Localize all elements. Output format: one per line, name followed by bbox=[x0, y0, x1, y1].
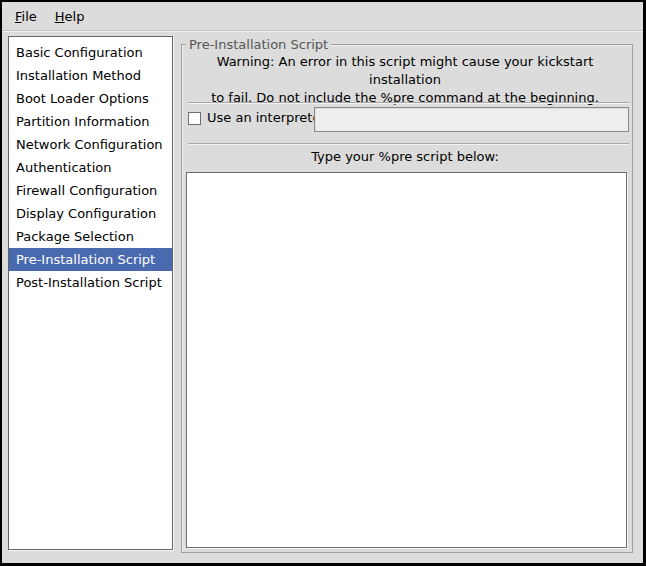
sidebar-item-authentication[interactable]: Authentication bbox=[9, 156, 172, 179]
menu-help-label: elp bbox=[65, 9, 85, 24]
sidebar-item-boot-loader-options[interactable]: Boot Loader Options bbox=[9, 87, 172, 110]
use-interpreter-label[interactable]: Use an interpreter: bbox=[207, 110, 330, 126]
frame-title: Pre-Installation Script bbox=[186, 37, 331, 52]
menu-file-label: ile bbox=[22, 9, 37, 24]
sidebar-item-network-configuration[interactable]: Network Configuration bbox=[9, 133, 172, 156]
menu-help[interactable]: Help bbox=[46, 5, 94, 28]
separator bbox=[188, 102, 629, 104]
sidebar-item-partition-information[interactable]: Partition Information bbox=[9, 110, 172, 133]
kickstart-configurator-window: File Help Basic ConfigurationInstallatio… bbox=[0, 0, 646, 566]
sidebar-item-pre-installation-script[interactable]: Pre-Installation Script bbox=[9, 248, 172, 271]
sidebar-item-post-installation-script[interactable]: Post-Installation Script bbox=[9, 271, 172, 294]
warning-line-1: Warning: An error in this script might c… bbox=[182, 53, 628, 89]
pre-installation-script-frame: Pre-Installation Script Warning: An erro… bbox=[181, 44, 633, 553]
sidebar-item-firewall-configuration[interactable]: Firewall Configuration bbox=[9, 179, 172, 202]
interpreter-entry[interactable] bbox=[314, 107, 629, 132]
warning-text: Warning: An error in this script might c… bbox=[182, 53, 628, 107]
script-label: Type your %pre script below: bbox=[182, 148, 628, 165]
sidebar-item-package-selection[interactable]: Package Selection bbox=[9, 225, 172, 248]
menu-help-accel: H bbox=[55, 9, 65, 24]
separator bbox=[188, 143, 629, 145]
sidebar-item-display-configuration[interactable]: Display Configuration bbox=[9, 202, 172, 225]
sidebar-item-installation-method[interactable]: Installation Method bbox=[9, 64, 172, 87]
pre-script-textarea[interactable] bbox=[186, 172, 627, 548]
config-steps-list: Basic ConfigurationInstallation MethodBo… bbox=[8, 36, 173, 550]
menu-file[interactable]: File bbox=[6, 5, 46, 28]
menu-bar: File Help bbox=[2, 2, 643, 31]
sidebar-item-basic-configuration[interactable]: Basic Configuration bbox=[9, 41, 172, 64]
warning-line-2: to fail. Do not include the %pre command… bbox=[182, 89, 628, 107]
use-interpreter-checkbox[interactable] bbox=[188, 112, 201, 125]
